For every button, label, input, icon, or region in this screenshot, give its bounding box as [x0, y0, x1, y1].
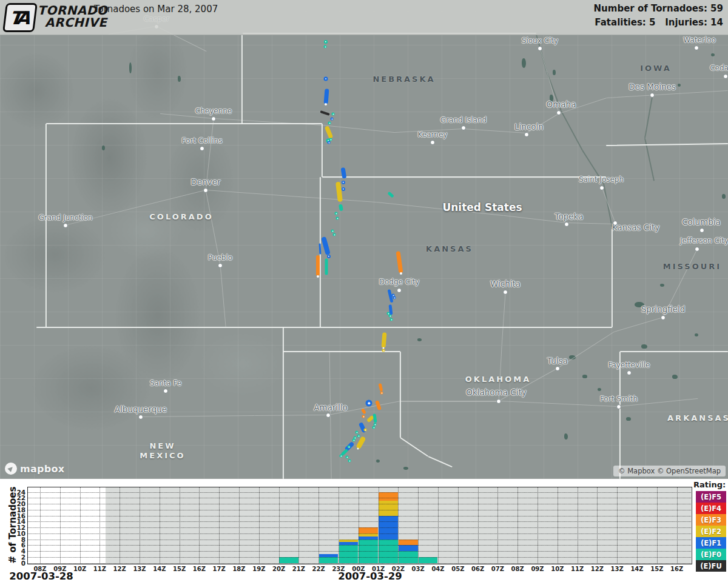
- tornado-dot-core: [394, 297, 395, 298]
- x-tick-label: 16Z: [193, 566, 206, 572]
- x-tick-label: 13Z: [611, 566, 624, 572]
- tornado-dot[interactable]: [356, 431, 359, 434]
- water-body: [678, 84, 681, 87]
- tornado-dot[interactable]: [342, 181, 345, 184]
- track-endpoint-dot: [357, 448, 359, 450]
- state-label-arkansas: ARKANSAS: [667, 413, 728, 423]
- legend-swatch-fu[interactable]: (E)FU: [696, 560, 726, 572]
- tornado-dot[interactable]: [336, 217, 339, 220]
- tornado-dot[interactable]: [335, 212, 338, 215]
- tornado-dot[interactable]: [362, 415, 365, 418]
- tornado-dot[interactable]: [324, 40, 328, 44]
- legend-swatch-f3[interactable]: (E)F3: [696, 514, 726, 526]
- x-tick-label: 14Z: [153, 566, 166, 572]
- tornado-dot[interactable]: [333, 233, 336, 236]
- timeline-chart[interactable]: # of Tornadoes 02468101214161820222408Z0…: [0, 479, 728, 585]
- water-body: [672, 375, 678, 379]
- state-border-line: [620, 351, 728, 352]
- city-dot: [430, 140, 435, 145]
- water-body: [711, 53, 715, 56]
- city-dot: [599, 186, 604, 190]
- x-tick-label: 12Z: [113, 566, 126, 572]
- tornado-dot[interactable]: [328, 141, 331, 144]
- city-label-tulsa: Tulsa: [547, 356, 568, 366]
- state-label-text: MISSOURI: [663, 262, 721, 272]
- tornado-dot[interactable]: [357, 435, 360, 438]
- map-canvas[interactable]: NEBRASKAIOWACOLORADOKANSASMISSOURIOKLAHO…: [0, 0, 728, 479]
- tornado-dot[interactable]: [366, 400, 372, 407]
- tornado-dot[interactable]: [390, 318, 393, 321]
- state-label-kansas: KANSAS: [426, 244, 473, 254]
- tornado-dot-core: [328, 142, 329, 143]
- city-label-saint-joseph: Saint Joseph: [579, 175, 624, 184]
- tornado-track[interactable]: [316, 255, 320, 276]
- water-body: [129, 62, 132, 73]
- tornado-dot[interactable]: [331, 230, 334, 233]
- tornado-dot-core: [353, 440, 354, 441]
- tornado-track[interactable]: [325, 258, 328, 275]
- x-tick-label: 10Z: [551, 566, 564, 572]
- x-tick-label: 05Z: [451, 566, 464, 572]
- tornado-archive-logo-icon[interactable]: TA: [2, 3, 38, 32]
- state-label-new-mexico: NEWMEXICO: [140, 441, 185, 461]
- tornado-dot[interactable]: [327, 255, 331, 258]
- tornado-dot[interactable]: [340, 455, 343, 458]
- city-dot: [616, 404, 621, 409]
- city-dot: [63, 223, 68, 228]
- tornado-dot[interactable]: [348, 446, 351, 449]
- mapbox-logo-icon: [5, 463, 17, 475]
- tornado-dot-core: [337, 218, 338, 219]
- tornado-dot[interactable]: [342, 187, 345, 191]
- tornado-dot-core: [334, 234, 335, 235]
- tornado-dot-core: [325, 41, 326, 42]
- water-body: [417, 338, 422, 341]
- city-dot: [556, 110, 561, 115]
- water-body: [376, 460, 380, 463]
- tornado-dot-core: [329, 122, 330, 124]
- tornado-archive-app: NEBRASKAIOWACOLORADOKANSASMISSOURIOKLAHO…: [0, 0, 728, 585]
- x-tick-label: 08Z: [511, 566, 524, 572]
- tornado-dot[interactable]: [324, 45, 327, 48]
- stat-injuries: Injuries: 14: [665, 17, 723, 28]
- tornado-dot[interactable]: [324, 77, 328, 81]
- tornado-dot[interactable]: [328, 122, 331, 125]
- tornado-dot[interactable]: [346, 456, 349, 459]
- tornado-dot[interactable]: [329, 138, 332, 141]
- x-tick-label: 03Z: [412, 566, 425, 572]
- legend-swatch-f1[interactable]: (E)F1: [696, 537, 726, 549]
- tornado-dot[interactable]: [389, 315, 392, 318]
- tornado-dot[interactable]: [364, 429, 367, 432]
- tornado-dot-core: [363, 416, 364, 417]
- x-tick-label: 04Z: [431, 566, 444, 572]
- city-label-amarillo: Amarillo: [314, 403, 348, 412]
- tornado-dot-core: [343, 189, 344, 190]
- tornado-dot[interactable]: [382, 349, 385, 352]
- city-label-cedar: Cedar: [710, 64, 728, 72]
- legend-swatch-f5[interactable]: (E)F5: [696, 491, 726, 503]
- x-tick-label: 22Z: [312, 566, 325, 572]
- tornado-dot[interactable]: [352, 439, 356, 442]
- tornado-dot[interactable]: [332, 113, 335, 116]
- tornado-dot[interactable]: [393, 296, 396, 299]
- x-tick-label: 11Z: [93, 566, 106, 572]
- x-tick-label: 10Z: [73, 566, 86, 572]
- tornado-dot-core: [348, 446, 349, 447]
- tornado-dot-core: [383, 350, 384, 351]
- state-label-missouri: MISSOURI: [663, 262, 721, 272]
- state-border-line: [322, 124, 323, 177]
- tornado-dot[interactable]: [331, 118, 334, 121]
- legend-swatch-f0[interactable]: (E)F0: [696, 549, 726, 560]
- city-label-pueblo: Pueblo: [208, 253, 232, 262]
- state-border-line: [36, 327, 612, 328]
- city-label-kansas-city: Kansas City: [612, 222, 660, 232]
- map-attribution[interactable]: © Mapbox © OpenStreetMap: [613, 466, 726, 476]
- plot-border: [27, 487, 692, 564]
- water-body: [178, 76, 181, 82]
- mapbox-logo[interactable]: mapbox: [5, 463, 65, 475]
- tornado-dot[interactable]: [372, 426, 376, 429]
- legend-swatch-f4[interactable]: (E)F4: [696, 503, 726, 514]
- water-body: [660, 284, 664, 287]
- tornado-dot[interactable]: [380, 392, 383, 395]
- tornado-dot[interactable]: [348, 460, 351, 463]
- legend-swatch-f2[interactable]: (E)F2: [696, 526, 726, 537]
